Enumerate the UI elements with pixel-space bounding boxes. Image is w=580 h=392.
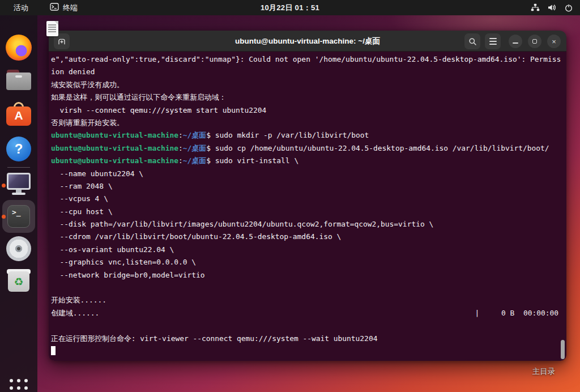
terminal-line: 域安装似乎没有成功。 (51, 79, 566, 91)
terminal-line: --name ubuntu2204 \ (51, 168, 566, 180)
show-applications-icon (10, 379, 28, 392)
firefox-icon (6, 35, 32, 61)
dock: A ? >_ ♻ (0, 15, 37, 392)
clock[interactable]: 10月22日 01：51 (261, 3, 319, 13)
search-button[interactable] (464, 33, 480, 49)
close-icon: × (552, 38, 556, 45)
terminal-line: 开始安装...... (51, 294, 566, 306)
network-wired-icon (531, 3, 540, 12)
activities-button[interactable]: 活动 (10, 2, 32, 14)
dock-item-cd-disc[interactable] (6, 236, 31, 261)
terminal-lines: e","auto-read-only":true,"discard":"unma… (51, 53, 566, 357)
minimize-icon (513, 42, 518, 44)
terminal-line: --graphics vnc,listen=0.0.0.0 \ (51, 256, 566, 269)
dock-item-help[interactable]: ? (6, 137, 31, 161)
remote-viewer-icon (6, 173, 31, 197)
hamburger-icon (489, 38, 497, 45)
terminal-line (51, 345, 566, 357)
terminal-icon: >_ (7, 205, 30, 228)
terminal-line: 否则请重新开始安装。 (51, 117, 566, 129)
hamburger-menu-button[interactable] (485, 33, 501, 49)
dock-item-firefox[interactable] (6, 35, 32, 61)
terminal-cursor (51, 346, 56, 355)
terminal-line: virsh --connect qemu:///system start ubu… (51, 104, 566, 117)
terminal-line (51, 319, 566, 332)
terminal-line: --vcpus 4 \ (51, 193, 566, 205)
terminal-line: 正在运行图形控制台命令: virt-viewer --connect qemu:… (51, 333, 566, 345)
dock-item-trash[interactable]: ♻ (7, 269, 31, 292)
window-titlebar[interactable]: ubuntu@ubuntu-virtual-machine: ~/桌面 × (49, 31, 566, 52)
running-indicator-terminal (2, 215, 6, 219)
terminal-line: --network bridge=br0,model=virtio (51, 269, 566, 282)
app-menu[interactable]: 终端 (46, 2, 81, 14)
terminal-line: 如果是这样，则可以通过运行以下命令来重新启动域： (51, 91, 566, 104)
terminal-body[interactable]: e","auto-read-only":true,"discard":"unma… (49, 52, 566, 361)
system-status-area[interactable] (531, 3, 573, 12)
desktop-file-icon[interactable] (46, 21, 58, 36)
minimize-button[interactable] (509, 35, 522, 48)
desktop: 活动 终端 10月22日 01：51 A (0, 0, 580, 392)
terminal-line: --ram 2048 \ (51, 180, 566, 193)
trash-icon: ♻ (7, 269, 31, 292)
terminal-line (51, 282, 566, 294)
help-icon: ? (6, 137, 31, 161)
terminal-line: --cdrom /var/lib/libvirt/boot/ubuntu-22.… (51, 231, 566, 243)
app-menu-label: 终端 (63, 3, 78, 13)
dock-item-files[interactable] (6, 70, 31, 90)
dock-item-show-applications[interactable] (10, 379, 28, 392)
volume-icon (547, 3, 557, 12)
terminal-line: ion denied (51, 66, 566, 78)
terminal-line: --os-variant ubuntu22.04 \ (51, 244, 566, 256)
ubuntu-software-icon: A (6, 102, 31, 127)
running-indicator-remote-viewer (2, 184, 6, 188)
dock-item-remote-viewer[interactable] (6, 173, 31, 197)
terminal-line: --disk path=/var/lib/libvirt/images/ubun… (51, 218, 566, 231)
scrollbar-thumb[interactable] (561, 340, 565, 359)
terminal-app-icon (50, 3, 59, 12)
cd-disc-icon (6, 236, 31, 261)
power-icon (564, 3, 573, 12)
dock-item-ubuntu-software[interactable]: A (6, 102, 31, 127)
home-folder-label[interactable]: 主目录 (513, 367, 575, 377)
terminal-line: --cpu host \ (51, 206, 566, 218)
terminal-line: e","auto-read-only":true,"discard":"unma… (51, 53, 566, 66)
terminal-line: ubuntu@ubuntu-virtual-machine:~/桌面$ sudo… (51, 142, 566, 155)
maximize-icon (532, 39, 537, 44)
dock-divider (7, 167, 30, 168)
dock-item-terminal[interactable]: >_ (7, 205, 30, 228)
maximize-button[interactable] (528, 35, 541, 48)
terminal-window: ubuntu@ubuntu-virtual-machine: ~/桌面 × e"… (49, 31, 566, 361)
files-icon (6, 70, 31, 90)
close-button[interactable]: × (547, 35, 561, 48)
top-bar: 活动 终端 10月22日 01：51 (0, 0, 580, 15)
terminal-line: ubuntu@ubuntu-virtual-machine:~/桌面$ sudo… (51, 155, 566, 167)
terminal-line: 创建域......| 0 B 00:00:00 (51, 307, 566, 319)
terminal-line: ubuntu@ubuntu-virtual-machine:~/桌面$ sudo… (51, 129, 566, 142)
